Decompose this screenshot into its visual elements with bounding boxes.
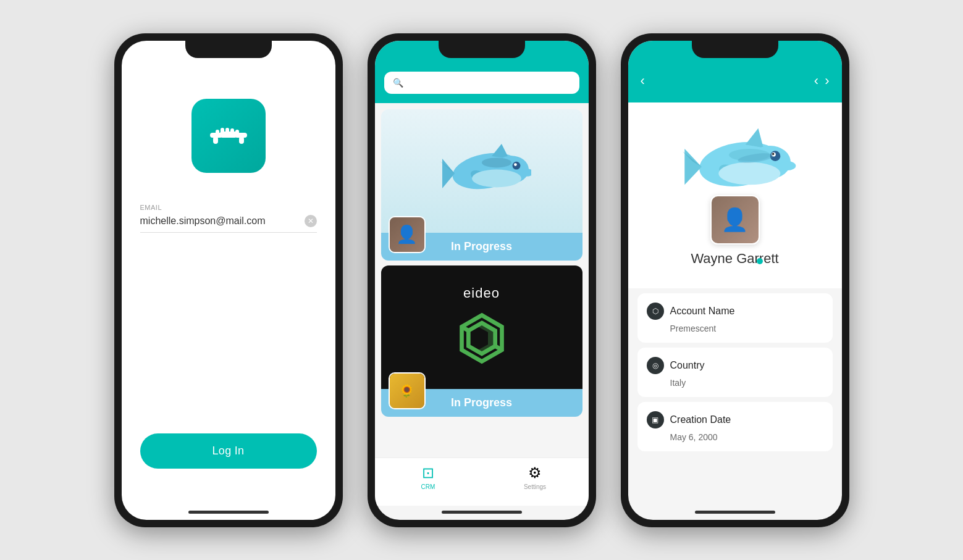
country-label: Country	[670, 360, 705, 371]
phone-profile: ‹ ‹ ›	[621, 33, 849, 527]
email-value[interactable]: michelle.simpson@mail.com	[140, 215, 305, 227]
svg-marker-28	[745, 128, 763, 148]
notch-2	[439, 41, 525, 58]
app-logo	[191, 99, 266, 173]
svg-rect-6	[221, 128, 224, 134]
online-status-dot	[757, 258, 763, 264]
svg-point-31	[779, 161, 796, 170]
nav-item-crm[interactable]: ⊡ CRM	[375, 464, 482, 490]
svg-rect-4	[239, 136, 244, 144]
phone-crm-list: 🔍	[368, 33, 596, 527]
eideo-logo-icon	[451, 307, 513, 369]
account-name-label: Account Name	[670, 306, 735, 317]
svg-point-19	[472, 169, 521, 187]
profile-fields: ⬡ Account Name Premescent ◎ Country Ital…	[628, 288, 842, 506]
screens-container: EMAIL michelle.simpson@mail.com ✕ Log In…	[0, 0, 963, 560]
profile-avatar-container: 👤	[710, 195, 760, 244]
card-avatar-eideo: 🌻	[389, 372, 426, 409]
header-nav-arrows: ‹ ›	[814, 73, 830, 89]
email-input-row: michelle.simpson@mail.com ✕	[140, 215, 317, 233]
login-button[interactable]: Log In	[140, 433, 317, 469]
account-name-value: Premescent	[647, 324, 823, 333]
status-label-eideo: In Progress	[451, 396, 512, 409]
dolphin-profile-area: 👤	[628, 102, 842, 226]
svg-marker-11	[442, 159, 455, 188]
nav-item-settings[interactable]: ⚙ Settings	[482, 464, 589, 490]
home-indicator-2	[442, 511, 522, 514]
crm-list: 👤 In Progress eideo	[375, 103, 589, 458]
next-arrow-icon[interactable]: ›	[825, 73, 829, 89]
notch-3	[692, 41, 778, 58]
profile-hero: 👤 Wayne Garrett	[628, 102, 842, 288]
profile-name: Wayne Garrett	[691, 251, 778, 266]
card-avatar-premescent: 👤	[389, 216, 426, 253]
email-label: EMAIL	[140, 204, 317, 211]
country-field-icon: ◎	[647, 357, 664, 374]
crm-card-premescent[interactable]: 👤 In Progress	[381, 109, 582, 261]
email-section: EMAIL michelle.simpson@mail.com ✕	[140, 204, 317, 233]
svg-rect-7	[225, 128, 229, 134]
svg-rect-9	[235, 130, 239, 136]
clear-email-button[interactable]: ✕	[305, 215, 317, 227]
svg-point-35	[718, 162, 780, 185]
card-premescent-image	[381, 109, 582, 233]
field-card-country: ◎ Country Italy	[637, 348, 833, 397]
country-value: Italy	[647, 378, 823, 388]
dolphin-icon	[432, 128, 531, 214]
crm-nav-icon: ⊡	[422, 464, 434, 482]
login-screen: EMAIL michelle.simpson@mail.com ✕ Log In	[122, 68, 335, 506]
svg-rect-5	[216, 130, 219, 136]
phone-login: EMAIL michelle.simpson@mail.com ✕ Log In	[114, 33, 343, 527]
creation-date-label: Creation Date	[670, 414, 731, 425]
prev-arrow-icon[interactable]: ‹	[814, 73, 818, 89]
profile-avatar: 👤	[710, 195, 760, 244]
handshake-icon	[207, 120, 250, 151]
field-card-account: ⬡ Account Name Premescent	[637, 293, 833, 343]
field-header-country: ◎ Country	[647, 357, 823, 374]
crm-card-eideo[interactable]: eideo	[381, 265, 582, 417]
notch	[185, 41, 272, 58]
home-indicator-1	[188, 511, 269, 514]
eideo-title: eideo	[463, 285, 500, 301]
settings-nav-label: Settings	[524, 483, 546, 490]
home-indicator-3	[695, 511, 775, 514]
search-bar[interactable]: 🔍	[384, 72, 579, 94]
back-arrow-icon[interactable]: ‹	[641, 73, 645, 89]
creation-date-value: May 6, 2000	[647, 432, 823, 442]
field-header-account: ⬡ Account Name	[647, 303, 823, 320]
svg-point-18	[514, 163, 517, 166]
svg-marker-26	[684, 149, 702, 185]
settings-nav-icon: ⚙	[528, 464, 542, 482]
svg-rect-3	[213, 136, 218, 144]
field-card-creation-date: ▣ Creation Date May 6, 2000	[637, 402, 833, 451]
crm-nav-label: CRM	[421, 483, 435, 490]
svg-point-20	[482, 157, 511, 167]
status-label-premescent: In Progress	[451, 240, 512, 253]
creation-date-field-icon: ▣	[647, 411, 664, 428]
svg-rect-8	[230, 128, 234, 135]
field-header-creation-date: ▣ Creation Date	[647, 411, 823, 428]
search-icon: 🔍	[393, 78, 403, 88]
bottom-nav: ⊡ CRM ⚙ Settings	[375, 458, 589, 506]
account-field-icon: ⬡	[647, 303, 664, 320]
card-eideo-image: eideo	[381, 265, 582, 389]
